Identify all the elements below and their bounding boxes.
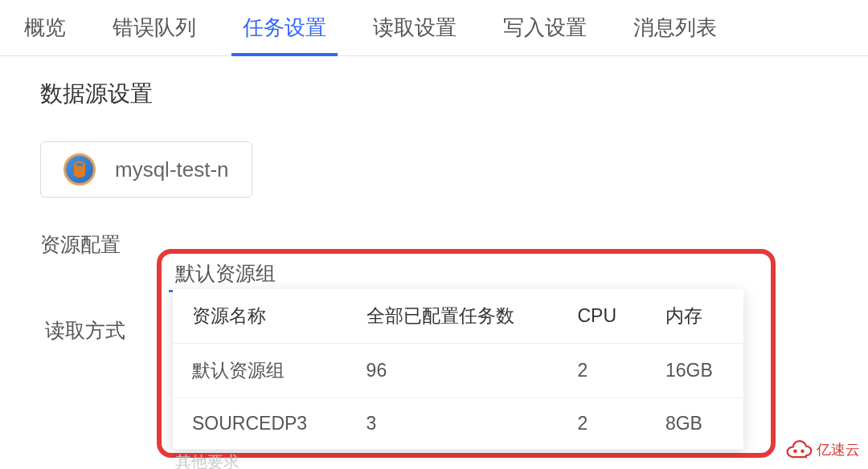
cell-name: 默认资源组: [173, 344, 347, 398]
watermark-text: 亿速云: [817, 440, 860, 459]
datasource-name: mysql-test-n: [115, 157, 229, 182]
svg-point-0: [793, 450, 797, 454]
tab-write-settings[interactable]: 写入设置: [487, 0, 603, 56]
cell-name: SOURCEDP3: [173, 398, 347, 450]
tab-message-list[interactable]: 消息列表: [617, 0, 733, 56]
section-title: 数据源设置: [40, 79, 828, 109]
watermark-logo: 亿速云: [784, 438, 860, 461]
faint-text: 其他要求: [175, 451, 240, 469]
tab-task-settings[interactable]: 任务设置: [227, 0, 342, 56]
readmode-label: 读取方式: [45, 317, 125, 344]
cell-memory: 16GB: [646, 344, 743, 398]
mysql-icon: [63, 153, 96, 186]
cell-cpu: 2: [559, 344, 646, 398]
cloud-icon: [784, 438, 813, 461]
tab-error-queue[interactable]: 错误队列: [96, 0, 212, 56]
cell-tasks: 3: [347, 398, 559, 450]
table-header-row: 资源名称 全部已配置任务数 CPU 内存: [173, 289, 743, 344]
col-task-count: 全部已配置任务数: [347, 289, 559, 344]
cell-cpu: 2: [559, 398, 646, 450]
cell-tasks: 96: [347, 344, 559, 398]
resource-dropdown[interactable]: [169, 257, 611, 292]
col-memory: 内存: [646, 289, 743, 344]
col-resource-name: 资源名称: [173, 289, 347, 344]
resource-dropdown-panel: 资源名称 全部已配置任务数 CPU 内存 默认资源组 96 2 16GB SOU…: [173, 289, 743, 450]
resource-table: 资源名称 全部已配置任务数 CPU 内存 默认资源组 96 2 16GB SOU…: [173, 289, 743, 450]
datasource-card[interactable]: mysql-test-n: [40, 141, 252, 198]
table-row[interactable]: 默认资源组 96 2 16GB: [173, 344, 743, 398]
cell-memory: 8GB: [646, 398, 743, 450]
col-cpu: CPU: [559, 289, 646, 344]
svg-point-1: [800, 450, 805, 454]
tab-bar: 概览 错误队列 任务设置 读取设置 写入设置 消息列表: [0, 0, 868, 56]
table-row[interactable]: SOURCEDP3 3 2 8GB: [173, 398, 743, 450]
tab-overview[interactable]: 概览: [8, 0, 82, 56]
resource-config-label: 资源配置: [40, 226, 153, 258]
resource-dropdown-input[interactable]: [169, 257, 611, 292]
tab-read-settings[interactable]: 读取设置: [357, 0, 473, 56]
